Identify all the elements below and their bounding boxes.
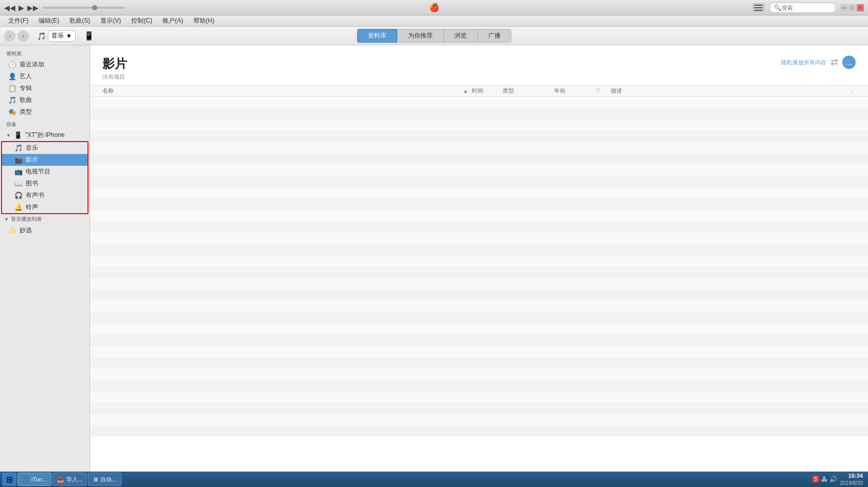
sidebar-item-albums[interactable]: 📋 专辑: [0, 82, 90, 94]
taskbar-import[interactable]: 📥 导入...: [52, 473, 87, 486]
albums-icon: 📋: [8, 84, 16, 92]
table-row: [90, 278, 868, 289]
table-row: [90, 267, 868, 278]
source-dropdown-icon: ▼: [66, 32, 72, 40]
tab-browse[interactable]: 浏览: [444, 29, 477, 43]
minimize-button[interactable]: —: [840, 4, 847, 11]
menu-file[interactable]: 文件(F): [4, 15, 32, 26]
sidebar-item-audiobooks[interactable]: 🎧 有声书: [2, 189, 87, 201]
menu-help[interactable]: 帮助(H): [189, 15, 219, 26]
auto-app-icon: 🖥: [93, 476, 98, 482]
system-tray: S 🖧 🔊: [812, 476, 837, 483]
tab-recommended[interactable]: 为你推荐: [397, 29, 444, 43]
play-button[interactable]: ▶: [19, 4, 24, 12]
random-play-button[interactable]: 随机播放所有内容: [781, 59, 826, 66]
table-row: [90, 131, 868, 142]
volume-icon[interactable]: 🔊: [829, 476, 837, 483]
search-input[interactable]: [782, 5, 833, 11]
ringtones-icon: 🔔: [14, 203, 23, 211]
more-button[interactable]: …: [842, 56, 856, 69]
network-icon: 🖧: [821, 476, 827, 483]
artists-icon: 👤: [8, 73, 16, 80]
table-row: [90, 142, 868, 153]
sidebar-item-artists[interactable]: 👤 艺人: [0, 71, 90, 82]
table-row: [90, 357, 868, 369]
sidebar-item-movies[interactable]: 🎬 影片: [2, 154, 87, 166]
sidebar-item-music[interactable]: 🎵 音乐: [2, 142, 87, 154]
back-button[interactable]: ‹: [4, 30, 15, 42]
device-header[interactable]: ▼ 📱 "XT"的 iPhone: [0, 129, 90, 141]
table-row: [90, 425, 868, 437]
col-header-time[interactable]: 时间: [472, 87, 503, 95]
menu-account[interactable]: 账户(A): [158, 15, 187, 26]
sidebar: 资料库 🕐 最近添加 👤 艺人 📋 专辑 🎵 歌曲 🎭 类型 设备 ▼ 📱 "X…: [0, 45, 90, 472]
next-button[interactable]: ▶▶: [27, 4, 39, 12]
sidebar-item-genres[interactable]: 🎭 类型: [0, 106, 90, 118]
sidebar-item-label: 艺人: [20, 72, 32, 81]
table-row: [90, 119, 868, 131]
page-title: 影片: [102, 56, 127, 72]
sidebar-item-label: 最近添加: [20, 60, 44, 69]
sidebar-item-label: 有声书: [26, 191, 44, 200]
sidebar-item-ringtones[interactable]: 🔔 铃声: [2, 201, 87, 213]
sidebar-item-label: 铃声: [26, 203, 38, 212]
tab-radio[interactable]: 广播: [477, 29, 511, 43]
playlists-section-label: 音乐播放列表: [11, 216, 42, 223]
library-section-label: 资料库: [0, 47, 90, 59]
taskbar-left: ⊞ 🎵 iTun... 📥 导入... 🖥 自动...: [2, 473, 121, 486]
table-row: [90, 323, 868, 335]
sidebar-item-books[interactable]: 📖 图书: [2, 178, 87, 189]
table-row: [90, 97, 868, 108]
col-header-name[interactable]: 名称: [102, 87, 463, 95]
progress-bar[interactable]: [43, 7, 125, 9]
sidebar-item-songs[interactable]: 🎵 歌曲: [0, 94, 90, 106]
sidebar-item-label: 专辑: [20, 84, 32, 93]
col-header-year[interactable]: 年份: [554, 87, 595, 95]
sort-asc-icon: ▲: [463, 89, 468, 94]
maximize-button[interactable]: □: [848, 4, 856, 11]
sidebar-item-tv[interactable]: 📺 电视节目: [2, 166, 87, 178]
search-box[interactable]: 🔍: [769, 3, 836, 13]
table-row: [90, 369, 868, 380]
menu-edit[interactable]: 编辑(E): [34, 15, 63, 26]
taskbar-auto[interactable]: 🖥 自动...: [88, 473, 121, 486]
close-button[interactable]: ✕: [857, 4, 864, 11]
iphone-icon: 📱: [84, 31, 94, 41]
playlists-header[interactable]: ▼ 音乐播放列表: [0, 214, 90, 224]
menu-controls[interactable]: 控制(C): [127, 15, 156, 26]
col-header-type[interactable]: 类型: [503, 87, 554, 95]
resize-handle[interactable]: |: [852, 88, 856, 94]
device-sub-items-box: 🎵 音乐 🎬 影片 📺 电视节目 📖 图书 🎧 有声书 🔔 铃声: [1, 141, 88, 214]
device-name-label: "XT"的 iPhone: [25, 131, 65, 140]
table-row: [90, 414, 868, 425]
source-selector[interactable]: 音乐 ▼: [48, 30, 76, 42]
prev-button[interactable]: ◀◀: [4, 4, 15, 12]
recent-icon: 🕐: [8, 61, 16, 68]
tab-library[interactable]: 资料库: [357, 29, 397, 43]
sidebar-item-recent[interactable]: 🕐 最近添加: [0, 59, 90, 71]
menu-icon-button[interactable]: [752, 3, 765, 12]
menu-view[interactable]: 显示(V): [96, 15, 125, 26]
shuffle-icon: ⇄: [830, 57, 838, 68]
menu-songs[interactable]: 歌曲(S): [65, 15, 94, 26]
taskbar: ⊞ 🎵 iTun... 📥 导入... 🖥 自动... S 🖧 🔊 16:34 …: [0, 472, 868, 487]
table-row: [90, 221, 868, 233]
menubar: 文件(F) 编辑(E) 歌曲(S) 显示(V) 控制(C) 账户(A) 帮助(H…: [0, 15, 868, 27]
source-label: 音乐: [51, 31, 64, 40]
menu-line: [754, 7, 763, 8]
sidebar-item-genius[interactable]: ✨ 妙选: [0, 224, 90, 236]
titlebar: ◀◀ ▶ ▶▶ 🍎 🔍 — □ ✕: [0, 0, 868, 15]
table-row: [90, 289, 868, 301]
taskbar-itunes[interactable]: 🎵 iTun...: [17, 473, 51, 486]
table-row: [90, 312, 868, 323]
clock-time: 16:34: [840, 472, 863, 479]
titlebar-right: 🔍 — □ ✕: [752, 3, 864, 13]
table-body: [90, 97, 868, 472]
table-row: [90, 210, 868, 221]
table-row: [90, 391, 868, 403]
sidebar-item-label: 影片: [26, 155, 38, 164]
start-button[interactable]: ⊞: [2, 473, 16, 486]
col-header-desc[interactable]: 描述: [611, 87, 852, 95]
forward-button[interactable]: ›: [17, 30, 29, 42]
sidebar-item-label: 电视节目: [26, 167, 50, 176]
